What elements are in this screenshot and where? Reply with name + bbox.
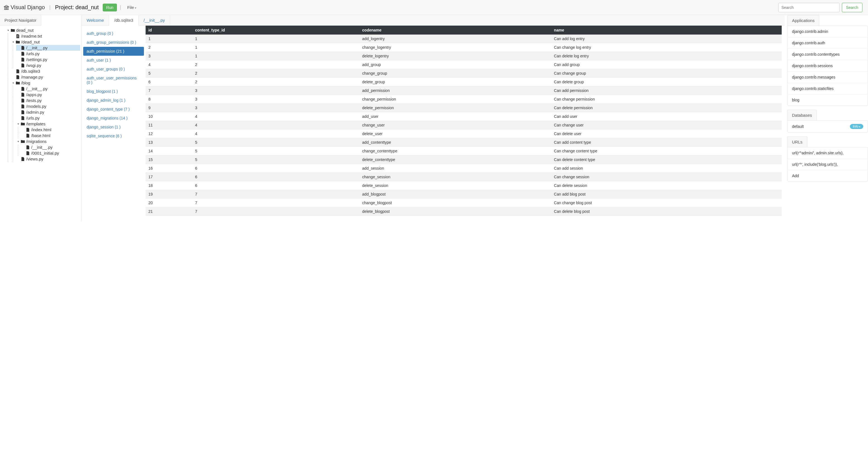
tree-file[interactable]: /admin.py (16, 109, 80, 115)
db-table-link[interactable]: auth_user (1 ) (83, 56, 144, 65)
col-header[interactable]: codename (360, 26, 551, 34)
db-table-link[interactable]: auth_permission (21 ) (83, 47, 144, 56)
table-cell: add_session (360, 164, 551, 173)
col-header[interactable]: name (551, 26, 782, 34)
table-row[interactable]: 176change_sessionCan change session (146, 173, 782, 181)
table-row[interactable]: 52change_groupCan change group (146, 69, 782, 78)
table-row[interactable]: 73add_permissionCan add permission (146, 86, 782, 95)
table-row[interactable]: 31delete_logentryCan delete log entry (146, 52, 782, 60)
url-item[interactable]: url(r'^', include('blog.urls')), (787, 159, 868, 170)
file-menu[interactable]: File (125, 4, 138, 11)
tree-file[interactable]: /apps.py (16, 92, 80, 97)
brand[interactable]: Visual Django (3, 4, 45, 10)
run-button[interactable]: Run (103, 4, 117, 11)
table-row[interactable]: 42add_groupCan add group (146, 60, 782, 69)
databases-tab[interactable]: Databases (787, 110, 817, 120)
table-row[interactable]: 21change_logentryCan change log entry (146, 43, 782, 52)
db-table-link[interactable]: django_session (1 ) (83, 123, 144, 131)
tree-file[interactable]: /readme.txt (11, 33, 80, 39)
db-table-link[interactable]: blog_blogpost (1 ) (83, 87, 144, 96)
col-header[interactable]: content_type_id (192, 26, 360, 34)
table-row[interactable]: 93delete_permissionCan delete permission (146, 104, 782, 112)
info-badge[interactable]: Info (850, 124, 863, 129)
table-row[interactable]: 217delete_blogpostCan delete blog post (146, 207, 782, 216)
applications-tab[interactable]: Applications (787, 15, 819, 26)
table-row[interactable]: 197add_blogpostCan add blog post (146, 190, 782, 199)
urls-tab[interactable]: URLs (787, 137, 807, 147)
app-item[interactable]: django.contrib.sessions (787, 60, 868, 71)
db-table-link[interactable]: django_migrations (14 ) (83, 114, 144, 123)
tree-file[interactable]: /index.html (21, 127, 80, 132)
tab-db[interactable]: /db.sqlite3 (109, 15, 138, 26)
tree-folder[interactable]: ▾/migrations (16, 139, 80, 144)
file-icon (26, 134, 30, 138)
table-row[interactable]: 166add_sessionCan add session (146, 164, 782, 173)
table-row[interactable]: 124delete_userCan delete user (146, 129, 782, 138)
db-table-link[interactable]: auth_user_groups (0 ) (83, 65, 144, 73)
col-header[interactable]: id (146, 26, 192, 34)
tree-file[interactable]: /__init__.py (16, 86, 80, 92)
tree-label: /migrations (26, 139, 46, 144)
tree-file[interactable]: /0001_initial.py (21, 150, 80, 156)
search-button[interactable]: Search (842, 3, 862, 12)
project-title: Project: dead_nut (55, 4, 99, 10)
search-input[interactable] (778, 3, 840, 12)
tree-file[interactable]: /models.py (16, 104, 80, 109)
table-cell: 3 (146, 52, 192, 60)
table-cell: change_session (360, 173, 551, 181)
db-table-link[interactable]: django_content_type (7 ) (83, 105, 144, 114)
tree-folder[interactable]: ▾/templates (16, 121, 80, 127)
db-table-link[interactable]: auth_group (0 ) (83, 29, 144, 38)
table-cell: Can delete log entry (551, 52, 782, 60)
table-cell: 5 (192, 155, 360, 164)
tree-file[interactable]: /settings.py (16, 57, 80, 62)
app-item[interactable]: django.contrib.admin (787, 26, 868, 37)
tree-folder-root[interactable]: ▾dead_nut (6, 27, 80, 33)
database-item[interactable]: default Info (787, 121, 868, 132)
tree-file[interactable]: /urls.py (16, 115, 80, 121)
db-table-link[interactable]: sqlite_sequence (6 ) (83, 131, 144, 140)
url-add[interactable]: Add (787, 170, 868, 181)
app-item[interactable]: django.contrib.auth (787, 37, 868, 49)
tree-file[interactable]: /__init__.py (21, 144, 80, 150)
db-table-link[interactable]: auth_user_user_permissions (0 ) (83, 73, 144, 87)
tree-file[interactable]: /base.html (21, 132, 80, 139)
table-row[interactable]: 62delete_groupCan delete group (146, 78, 782, 86)
tree-file[interactable]: /tests.py (16, 97, 80, 104)
db-data-table: id content_type_id codename name 11add_l… (146, 26, 782, 216)
tree-file[interactable]: /views.py (16, 156, 80, 162)
tree-folder[interactable]: ▾/blog (11, 80, 80, 86)
table-row[interactable]: 145change_contenttypeCan change content … (146, 147, 782, 155)
tree-label: /wsgi.py (26, 63, 41, 68)
tree-file[interactable]: /db.sqlite3 (11, 68, 80, 74)
db-table-link[interactable]: django_admin_log (1 ) (83, 96, 144, 105)
app-item[interactable]: django.contrib.staticfiles (787, 83, 868, 94)
folder-icon (16, 40, 20, 44)
table-cell: 3 (192, 95, 360, 104)
table-row[interactable]: 135add_contenttypeCan add content type (146, 138, 782, 147)
project-navigator-tab[interactable]: Project Navigator (0, 15, 41, 26)
tree-file[interactable]: /wsgi.py (16, 62, 80, 68)
table-cell: Can delete content type (551, 155, 782, 164)
table-row[interactable]: 83change_permissionCan change permission (146, 95, 782, 104)
table-row[interactable]: 104add_userCan add user (146, 112, 782, 121)
app-item[interactable]: django.contrib.contenttypes (787, 49, 868, 60)
table-row[interactable]: 155delete_contenttypeCan delete content … (146, 155, 782, 164)
file-icon (21, 63, 25, 68)
table-row[interactable]: 11add_logentryCan add log entry (146, 34, 782, 43)
tree-file[interactable]: /manage.py (11, 74, 80, 80)
table-row[interactable]: 114change_userCan change user (146, 121, 782, 129)
tab-init[interactable]: /__init__.py (138, 15, 170, 25)
table-cell: Can change permission (551, 95, 782, 104)
tree-folder[interactable]: ▾/dead_nut (11, 39, 80, 45)
db-table-link[interactable]: auth_group_permissions (0 ) (83, 38, 144, 47)
tree-file[interactable]: /urls.py (16, 51, 80, 57)
url-item[interactable]: url(r'^admin/', admin.site.urls), (787, 147, 868, 159)
app-item[interactable]: blog (787, 94, 868, 106)
app-item[interactable]: django.contrib.messages (787, 71, 868, 83)
tree-file[interactable]: /__init__.py (16, 45, 80, 51)
tab-welcome[interactable]: Welcome (82, 15, 109, 25)
table-row[interactable]: 186delete_sessionCan delete session (146, 181, 782, 190)
table-row[interactable]: 207change_blogpostCan change blog post (146, 199, 782, 207)
table-cell: 2 (192, 78, 360, 86)
